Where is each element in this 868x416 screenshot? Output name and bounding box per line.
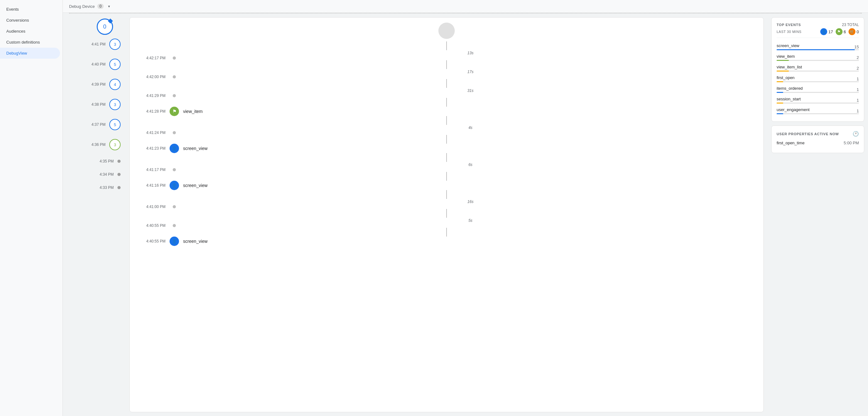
timeline-entry-3[interactable]: 4:38 PM 3 — [63, 99, 126, 110]
event-item-view_item_list[interactable]: view_item_list 2 — [777, 63, 859, 74]
timeline-entry-8[interactable]: 4:33 PM — [63, 185, 126, 190]
mid-dot-4:41:17 — [169, 168, 179, 171]
user-properties-header: USER PROPERTIES ACTIVE NOW 🕐 — [777, 131, 859, 137]
vert-line — [446, 153, 447, 162]
mid-row-4:42:00: 4:42:00 PM — [135, 75, 758, 79]
badge-green: ⚑ 6 — [836, 28, 846, 35]
timeline-entry-6[interactable]: 4:35 PM — [63, 159, 126, 164]
mid-time-4:41:29: 4:41:29 PM — [135, 94, 169, 98]
timeline-entry-1[interactable]: 4:40 PM 5 — [63, 59, 126, 70]
duration-13s: 13s — [420, 50, 473, 56]
event-name-view_item: view_item — [777, 54, 795, 59]
blue-event-dot-3: 👤 — [169, 237, 179, 246]
current-time-bubble[interactable]: 0 — [97, 19, 113, 35]
small-dot — [173, 168, 176, 171]
mid-row-4:41:00: 4:41:00 PM — [135, 205, 758, 209]
event-bubble-5[interactable]: 3 — [109, 139, 121, 150]
mid-row-screen_view_2[interactable]: 4:41:16 PM 👤 screen_view — [135, 181, 758, 190]
mid-name-view_item: view_item — [179, 109, 203, 114]
duration-17s: 17s — [420, 69, 473, 75]
mid-name-screen_view_1: screen_view — [179, 146, 208, 151]
sidebar-item-events[interactable]: Events — [0, 4, 60, 15]
event-item-screen_view[interactable]: screen_view 15 — [777, 42, 859, 53]
timeline-entry-4[interactable]: 4:37 PM 5 — [63, 119, 126, 130]
prop-row-first_open_time: first_open_time 5:00 PM — [777, 138, 859, 148]
event-count-session_start: 1 — [857, 98, 859, 103]
event-bubble-2[interactable]: 4 — [109, 79, 121, 90]
mid-dot-screen_view_1: 👤 — [169, 144, 179, 153]
event-item-view_item[interactable]: view_item 2 — [777, 53, 859, 63]
event-count-screen_view: 15 — [855, 44, 859, 49]
duration-31s: 31s — [420, 88, 473, 94]
top-events-card: TOP EVENTS 23 TOTAL LAST 30 MINS 👤 17 ⚑ … — [771, 17, 864, 122]
prop-value-first_open_time: 5:00 PM — [844, 141, 859, 145]
event-bar-first_open — [777, 81, 783, 82]
event-bubble-8[interactable] — [118, 186, 121, 189]
small-dot — [173, 131, 176, 134]
mid-row-screen_view_1[interactable]: 4:41:23 PM 👤 screen_view — [135, 144, 758, 153]
timeline-entry-2[interactable]: 4:39 PM 4 — [63, 79, 126, 90]
debug-device-label: Debug Device — [69, 4, 95, 9]
timeline-entry-0[interactable]: 4:41 PM 3 — [63, 39, 126, 50]
mid-dot-4:42:17 — [169, 57, 179, 60]
last-30-row: LAST 30 MINS 👤 17 ⚑ 6 🛒 0 — [777, 28, 859, 38]
sidebar-item-custom-definitions[interactable]: Custom definitions — [0, 37, 60, 48]
content-area: 0 4:41 PM 3 4:40 PM 5 4:39 PM 4 4:38 PM … — [63, 13, 868, 416]
mid-row-4:42:17: 4:42:17 PM — [135, 56, 758, 60]
person-icon: 👤 — [172, 146, 177, 151]
user-properties-title: USER PROPERTIES ACTIVE NOW — [777, 132, 839, 136]
user-properties-card: USER PROPERTIES ACTIVE NOW 🕐 first_open_… — [771, 126, 864, 153]
middle-panel: 13s 4:42:17 PM 17s 4:42:00 PM — [129, 17, 764, 412]
small-dot — [173, 205, 176, 208]
event-bar-bg-first_open — [777, 81, 859, 82]
duration-6s: 6s — [421, 162, 473, 168]
vert-line — [446, 209, 447, 218]
mid-row-screen_view_3[interactable]: 4:40:55 PM 👤 screen_view — [135, 237, 758, 246]
mid-dot-4:41:24 — [169, 131, 179, 134]
event-bar-bg-items_ordered — [777, 92, 859, 93]
sidebar-item-debugview[interactable]: DebugView — [0, 48, 60, 59]
flag-icon: ⚑ — [173, 109, 177, 114]
event-bubble-7[interactable] — [118, 173, 121, 176]
mid-time-4:40:55: 4:40:55 PM — [135, 223, 169, 228]
sidebar-item-conversions[interactable]: Conversions — [0, 15, 60, 26]
mid-name-screen_view_3: screen_view — [179, 239, 208, 244]
debug-device-count: 0 — [97, 4, 104, 9]
timeline-entry-5[interactable]: 4:36 PM 3 — [63, 139, 126, 150]
blue-event-dot: 👤 — [169, 144, 179, 153]
mid-time-4:41:17: 4:41:17 PM — [135, 168, 169, 172]
mid-time-4:41:23: 4:41:23 PM — [135, 146, 169, 150]
duration-5s: 5s — [421, 218, 473, 223]
event-bubble-3[interactable]: 3 — [109, 99, 121, 110]
left-timeline: 0 4:41 PM 3 4:40 PM 5 4:39 PM 4 4:38 PM … — [63, 13, 126, 416]
mid-time-4:42:17: 4:42:17 PM — [135, 56, 169, 60]
badge-green-icon: ⚑ — [836, 28, 843, 35]
mid-timeline-content: 13s 4:42:17 PM 17s 4:42:00 PM — [135, 23, 758, 246]
time-label-0: 4:41 PM — [88, 42, 105, 46]
event-bubble-6[interactable] — [118, 160, 121, 163]
event-item-first_open[interactable]: first_open 1 — [777, 74, 859, 84]
badge-orange: 🛒 0 — [848, 28, 859, 35]
event-count-view_item_list: 2 — [857, 66, 859, 71]
time-label-4: 4:37 PM — [88, 123, 105, 127]
badge-blue-icon: 👤 — [820, 28, 827, 35]
mid-row-view_item[interactable]: 4:41:28 PM ⚑ view_item — [135, 107, 758, 116]
event-bar-bg-view_item_list — [777, 71, 859, 72]
sidebar-item-audiences[interactable]: Audiences — [0, 26, 60, 37]
event-bar-bg-session_start — [777, 103, 859, 104]
top-events-total: 23 TOTAL — [842, 23, 859, 27]
event-bar-bg-user_engagement — [777, 113, 859, 114]
event-bubble-1[interactable]: 5 — [109, 59, 121, 70]
timeline-entry-7[interactable]: 4:34 PM — [63, 172, 126, 177]
event-item-items_ordered[interactable]: items_ordered 1 — [777, 84, 859, 95]
event-bubble-4[interactable]: 5 — [109, 119, 121, 130]
dropdown-arrow-icon[interactable]: ▼ — [107, 5, 111, 8]
event-bar-view_item — [777, 60, 789, 61]
event-count-user_engagement: 1 — [857, 109, 859, 113]
event-bubble-0[interactable]: 3 — [109, 39, 121, 50]
badge-orange-count: 0 — [857, 30, 859, 34]
sidebar: Events Conversions Audiences Custom defi… — [0, 0, 63, 416]
event-item-user_engagement[interactable]: user_engagement 1 — [777, 106, 859, 116]
event-item-session_start[interactable]: session_start 1 — [777, 95, 859, 106]
mid-time-4:41:24: 4:41:24 PM — [135, 131, 169, 135]
